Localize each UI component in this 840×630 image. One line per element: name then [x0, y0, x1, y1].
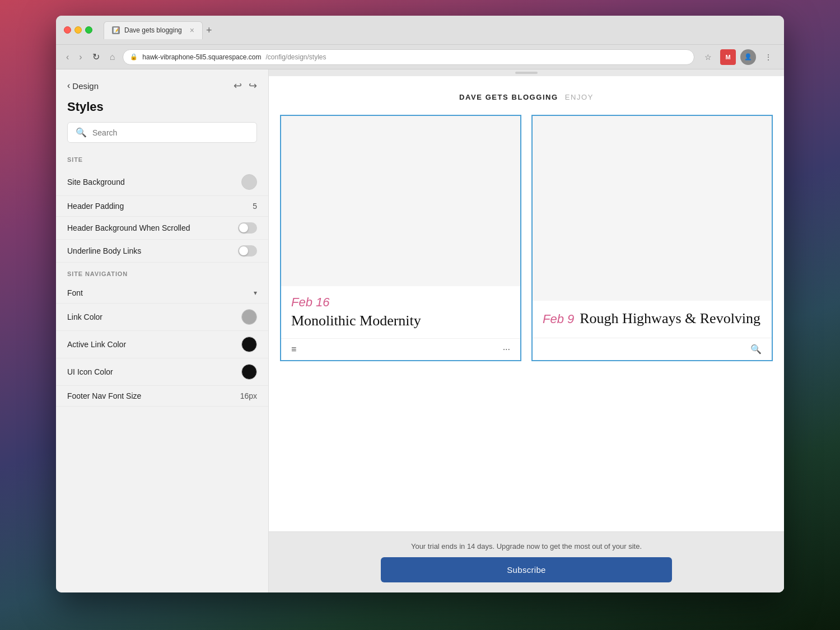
site-preview-tagline: ENJOY: [565, 93, 594, 101]
link-color-label: Link Color: [67, 312, 102, 321]
footer-nav-font-size-label: Footer Nav Font Size: [67, 391, 141, 400]
blog-cards-container: Feb 16 Monolithic Modernity ≡ ···: [280, 115, 773, 361]
site-nav-section-label: SITE NAVIGATION: [56, 270, 268, 283]
card-2-title: Rough Highways & Revolving: [580, 310, 760, 327]
ui-icon-color-label: UI Icon Color: [67, 367, 113, 376]
font-dropdown-arrow: ▾: [254, 289, 257, 297]
user-avatar[interactable]: 👤: [740, 49, 756, 65]
sidebar-header: ‹ Design ↩ ↪: [56, 69, 268, 100]
browser-menu-button[interactable]: ⋮: [760, 49, 776, 65]
card-1-footer: ≡ ···: [281, 338, 520, 360]
search-box[interactable]: 🔍: [67, 122, 257, 143]
active-link-color-row: Active Link Color: [56, 331, 268, 358]
card-2-content: Feb 9 Rough Highways & Revolving: [533, 301, 772, 338]
site-section-label: SITE: [56, 156, 268, 169]
preview-top-bar: [269, 69, 784, 76]
active-tab[interactable]: 📝 Dave gets blogging ×: [104, 21, 203, 39]
tab-close-button[interactable]: ×: [190, 26, 194, 34]
header-bg-scrolled-label: Header Background When Scrolled: [67, 223, 190, 232]
tab-area: 📝 Dave gets blogging × +: [104, 21, 212, 39]
fullscreen-window-button[interactable]: [85, 26, 92, 34]
browser-toolbar: ‹ › ↻ ⌂ 🔒 hawk-vibraphone-5ll5.squarespa…: [56, 45, 784, 69]
forward-button[interactable]: ›: [77, 50, 84, 64]
close-window-button[interactable]: [64, 26, 71, 34]
header-padding-label: Header Padding: [67, 202, 124, 211]
search-preview-icon: 🔍: [750, 344, 762, 354]
back-to-design-button[interactable]: ‹ Design: [67, 81, 99, 91]
header-bg-scrolled-row: Header Background When Scrolled: [56, 217, 268, 240]
link-color-row: Link Color: [56, 304, 268, 331]
toolbar-icons: ☆ M 👤 ⋮: [700, 49, 776, 65]
footer-nav-font-size-value[interactable]: 16px: [240, 391, 257, 400]
undo-redo-controls: ↩ ↪: [234, 80, 257, 92]
site-background-label: Site Background: [67, 178, 125, 186]
dots-icon: ···: [503, 344, 510, 354]
back-arrow-icon: ‹: [67, 81, 70, 91]
trial-message: Your trial ends in 14 days. Upgrade now …: [279, 542, 774, 550]
card-2-date: Feb 9: [543, 312, 574, 326]
ui-icon-color-swatch[interactable]: [241, 364, 257, 380]
undo-button[interactable]: ↩: [234, 80, 242, 92]
lock-icon: 🔒: [130, 53, 138, 60]
subscribe-button[interactable]: Subscribe: [381, 557, 672, 582]
card-2-image: [533, 116, 772, 301]
blog-card-1[interactable]: Feb 16 Monolithic Modernity ≡ ···: [280, 115, 521, 361]
back-button[interactable]: ‹: [64, 50, 71, 64]
card-1-image: [281, 116, 520, 286]
underline-body-links-label: Underline Body Links: [67, 246, 141, 255]
url-domain: hawk-vibraphone-5ll5.squarespace.com: [142, 53, 261, 61]
url-path: /config/design/styles: [265, 53, 326, 61]
header-padding-value[interactable]: 5: [253, 202, 257, 211]
underline-body-links-toggle[interactable]: [238, 245, 257, 256]
active-link-color-label: Active Link Color: [67, 340, 126, 349]
tab-title: Dave gets blogging: [124, 26, 182, 34]
sidebar-title: Styles: [56, 100, 268, 122]
url-bar[interactable]: 🔒 hawk-vibraphone-5ll5.squarespace.com/c…: [123, 49, 694, 65]
star-button[interactable]: ☆: [700, 49, 716, 65]
site-background-row: Site Background: [56, 169, 268, 196]
tab-favicon: 📝: [112, 26, 120, 34]
card-2-footer: 🔍: [533, 338, 772, 360]
reload-button[interactable]: ↻: [90, 49, 102, 64]
underline-body-links-row: Underline Body Links: [56, 240, 268, 263]
font-row[interactable]: Font ▾: [56, 283, 268, 304]
ui-icon-color-row: UI Icon Color: [56, 358, 268, 386]
card-1-date: Feb 16: [291, 295, 510, 310]
active-link-color-swatch[interactable]: [241, 337, 257, 352]
extension-icon[interactable]: M: [720, 49, 736, 65]
header-bg-scrolled-toggle[interactable]: [238, 222, 257, 234]
browser-window: 📝 Dave gets blogging × + ‹ › ↻ ⌂ 🔒 hawk-…: [56, 16, 784, 592]
back-label: Design: [72, 81, 99, 91]
site-preview-title: DAVE GETS BLOGGING: [459, 93, 558, 101]
search-input[interactable]: [92, 128, 249, 137]
font-label: Font: [67, 288, 83, 297]
link-color-swatch[interactable]: [241, 309, 257, 325]
hamburger-icon: ≡: [291, 344, 296, 354]
search-icon: 🔍: [76, 127, 87, 138]
trial-bar: Your trial ends in 14 days. Upgrade now …: [269, 531, 784, 592]
preview-content: DAVE GETS BLOGGING ENJOY Feb 16 Monolith…: [269, 76, 784, 592]
preview-handle: [515, 72, 538, 74]
redo-button[interactable]: ↪: [249, 80, 257, 92]
footer-nav-font-size-row: Footer Nav Font Size 16px: [56, 386, 268, 407]
new-tab-button[interactable]: +: [206, 25, 212, 35]
preview-area: DAVE GETS BLOGGING ENJOY Feb 16 Monolith…: [269, 69, 784, 592]
browser-body: ‹ Design ↩ ↪ Styles 🔍 SITE Site Backgrou…: [56, 69, 784, 592]
site-background-color[interactable]: [241, 174, 257, 190]
home-button[interactable]: ⌂: [108, 50, 118, 64]
header-padding-row: Header Padding 5: [56, 196, 268, 217]
site-preview-header: DAVE GETS BLOGGING ENJOY: [280, 93, 773, 101]
card-1-title: Monolithic Modernity: [291, 312, 510, 329]
card-1-content: Feb 16 Monolithic Modernity: [281, 286, 520, 338]
minimize-window-button[interactable]: [74, 26, 82, 34]
blog-card-2[interactable]: Feb 9 Rough Highways & Revolving 🔍: [531, 115, 773, 361]
sidebar: ‹ Design ↩ ↪ Styles 🔍 SITE Site Backgrou…: [56, 69, 269, 592]
browser-titlebar: 📝 Dave gets blogging × +: [56, 16, 784, 45]
traffic-lights: [64, 26, 92, 34]
